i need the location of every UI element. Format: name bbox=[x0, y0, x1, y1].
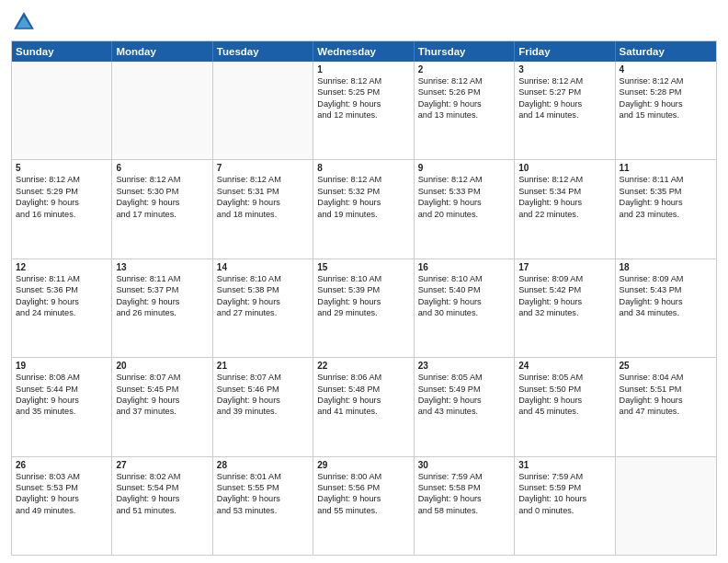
cell-line: Daylight: 9 hours bbox=[518, 296, 610, 307]
cell-line: Daylight: 9 hours bbox=[418, 493, 510, 504]
calendar-row-2: 5Sunrise: 8:12 AMSunset: 5:29 PMDaylight… bbox=[12, 160, 716, 259]
cell-line: and 53 minutes. bbox=[217, 505, 309, 516]
header-day-wednesday: Wednesday bbox=[313, 41, 414, 62]
day-number: 20 bbox=[116, 361, 208, 371]
cell-line: Sunset: 5:56 PM bbox=[317, 482, 409, 493]
cell-line: and 37 minutes. bbox=[116, 406, 208, 417]
cell-line: Daylight: 9 hours bbox=[317, 395, 409, 406]
day-cell-12: 12Sunrise: 8:11 AMSunset: 5:36 PMDayligh… bbox=[12, 259, 112, 357]
cell-line: Daylight: 9 hours bbox=[116, 197, 208, 208]
cell-line: Daylight: 9 hours bbox=[418, 197, 510, 208]
cell-line: Sunrise: 8:10 AM bbox=[317, 273, 409, 284]
day-number: 12 bbox=[16, 262, 108, 272]
cell-line: and 45 minutes. bbox=[518, 406, 610, 417]
cell-line: Sunset: 5:59 PM bbox=[518, 482, 610, 493]
cell-line: Sunrise: 8:12 AM bbox=[418, 174, 510, 185]
cell-line: Sunset: 5:44 PM bbox=[16, 384, 108, 395]
cell-line: and 19 minutes. bbox=[317, 209, 409, 220]
cell-line: Daylight: 9 hours bbox=[518, 395, 610, 406]
cell-line: Daylight: 9 hours bbox=[620, 296, 712, 307]
cell-line: Daylight: 9 hours bbox=[217, 493, 309, 504]
day-number: 31 bbox=[518, 460, 610, 470]
page: SundayMondayTuesdayWednesdayThursdayFrid… bbox=[0, 0, 728, 563]
cell-line: and 43 minutes. bbox=[418, 406, 510, 417]
day-number: 9 bbox=[418, 163, 510, 173]
cell-line: and 15 minutes. bbox=[620, 109, 712, 121]
cell-line: Sunrise: 8:08 AM bbox=[16, 372, 108, 383]
cell-line: Sunset: 5:36 PM bbox=[16, 284, 108, 295]
calendar-row-5: 26Sunrise: 8:03 AMSunset: 5:53 PMDayligh… bbox=[12, 457, 716, 555]
day-cell-28: 28Sunrise: 8:01 AMSunset: 5:55 PMDayligh… bbox=[213, 457, 313, 555]
cell-line: Daylight: 9 hours bbox=[116, 296, 208, 307]
day-number: 30 bbox=[418, 460, 510, 470]
day-number: 3 bbox=[518, 64, 610, 75]
cell-line: and 51 minutes. bbox=[116, 505, 208, 516]
day-cell-14: 14Sunrise: 8:10 AMSunset: 5:38 PMDayligh… bbox=[213, 259, 313, 357]
cell-line: and 58 minutes. bbox=[418, 505, 510, 516]
day-cell-27: 27Sunrise: 8:02 AMSunset: 5:54 PMDayligh… bbox=[112, 457, 212, 555]
day-cell-26: 26Sunrise: 8:03 AMSunset: 5:53 PMDayligh… bbox=[12, 457, 112, 555]
cell-line: Daylight: 9 hours bbox=[518, 98, 610, 109]
cell-line: Sunrise: 8:05 AM bbox=[518, 372, 610, 383]
cell-line: Sunrise: 7:59 AM bbox=[418, 471, 510, 482]
day-number: 11 bbox=[620, 163, 712, 173]
cell-line: Sunset: 5:54 PM bbox=[116, 482, 208, 493]
day-number: 22 bbox=[317, 361, 409, 371]
cell-line: and 12 minutes. bbox=[317, 109, 409, 121]
cell-line: Daylight: 9 hours bbox=[317, 296, 409, 307]
day-cell-6: 6Sunrise: 8:12 AMSunset: 5:30 PMDaylight… bbox=[112, 160, 212, 258]
header-day-tuesday: Tuesday bbox=[213, 41, 313, 62]
cell-line: Sunrise: 8:09 AM bbox=[620, 273, 712, 284]
cell-line: and 55 minutes. bbox=[317, 505, 409, 516]
cell-line: and 41 minutes. bbox=[317, 406, 409, 417]
day-number: 16 bbox=[418, 262, 510, 272]
cell-line: Sunrise: 8:12 AM bbox=[518, 174, 610, 185]
day-number: 14 bbox=[217, 262, 309, 272]
cell-line: Sunrise: 8:11 AM bbox=[16, 273, 108, 284]
day-number: 23 bbox=[418, 361, 510, 371]
day-number: 27 bbox=[116, 460, 208, 470]
empty-cell bbox=[213, 62, 313, 159]
cell-line: and 16 minutes. bbox=[16, 209, 108, 220]
cell-line: Sunrise: 8:12 AM bbox=[317, 75, 409, 86]
cell-line: Sunset: 5:43 PM bbox=[620, 284, 712, 295]
day-cell-23: 23Sunrise: 8:05 AMSunset: 5:49 PMDayligh… bbox=[415, 358, 515, 455]
cell-line: Daylight: 9 hours bbox=[16, 395, 108, 406]
cell-line: Sunrise: 8:02 AM bbox=[116, 471, 208, 482]
cell-line: Sunset: 5:50 PM bbox=[518, 384, 610, 395]
cell-line: Daylight: 9 hours bbox=[217, 395, 309, 406]
cell-line: and 17 minutes. bbox=[116, 209, 208, 220]
day-cell-15: 15Sunrise: 8:10 AMSunset: 5:39 PMDayligh… bbox=[313, 259, 414, 357]
day-cell-21: 21Sunrise: 8:07 AMSunset: 5:46 PMDayligh… bbox=[213, 358, 313, 455]
day-cell-8: 8Sunrise: 8:12 AMSunset: 5:32 PMDaylight… bbox=[313, 160, 414, 258]
cell-line: Sunset: 5:30 PM bbox=[116, 186, 208, 197]
day-cell-2: 2Sunrise: 8:12 AMSunset: 5:26 PMDaylight… bbox=[415, 62, 515, 159]
day-cell-3: 3Sunrise: 8:12 AMSunset: 5:27 PMDaylight… bbox=[515, 62, 615, 159]
cell-line: Daylight: 9 hours bbox=[217, 197, 309, 208]
cell-line: Sunset: 5:35 PM bbox=[620, 186, 712, 197]
cell-line: Daylight: 9 hours bbox=[418, 98, 510, 109]
day-number: 10 bbox=[518, 163, 610, 173]
day-cell-18: 18Sunrise: 8:09 AMSunset: 5:43 PMDayligh… bbox=[616, 259, 716, 357]
day-number: 2 bbox=[418, 64, 510, 75]
cell-line: Sunset: 5:27 PM bbox=[518, 86, 610, 98]
cell-line: Sunset: 5:38 PM bbox=[217, 284, 309, 295]
cell-line: Daylight: 9 hours bbox=[16, 296, 108, 307]
day-number: 25 bbox=[620, 361, 712, 371]
cell-line: Daylight: 9 hours bbox=[317, 98, 409, 109]
day-number: 4 bbox=[620, 64, 712, 75]
day-cell-4: 4Sunrise: 8:12 AMSunset: 5:28 PMDaylight… bbox=[616, 62, 716, 159]
cell-line: Sunrise: 8:10 AM bbox=[217, 273, 309, 284]
cell-line: Daylight: 10 hours bbox=[518, 493, 610, 504]
cell-line: Daylight: 9 hours bbox=[418, 296, 510, 307]
cell-line: Daylight: 9 hours bbox=[620, 197, 712, 208]
cell-line: Sunrise: 7:59 AM bbox=[518, 471, 610, 482]
cell-line: and 35 minutes. bbox=[16, 406, 108, 417]
day-number: 17 bbox=[518, 262, 610, 272]
day-cell-22: 22Sunrise: 8:06 AMSunset: 5:48 PMDayligh… bbox=[313, 358, 414, 455]
day-number: 28 bbox=[217, 460, 309, 470]
day-cell-13: 13Sunrise: 8:11 AMSunset: 5:37 PMDayligh… bbox=[112, 259, 212, 357]
day-cell-1: 1Sunrise: 8:12 AMSunset: 5:25 PMDaylight… bbox=[313, 62, 414, 159]
cell-line: Daylight: 9 hours bbox=[217, 296, 309, 307]
day-cell-24: 24Sunrise: 8:05 AMSunset: 5:50 PMDayligh… bbox=[515, 358, 615, 455]
